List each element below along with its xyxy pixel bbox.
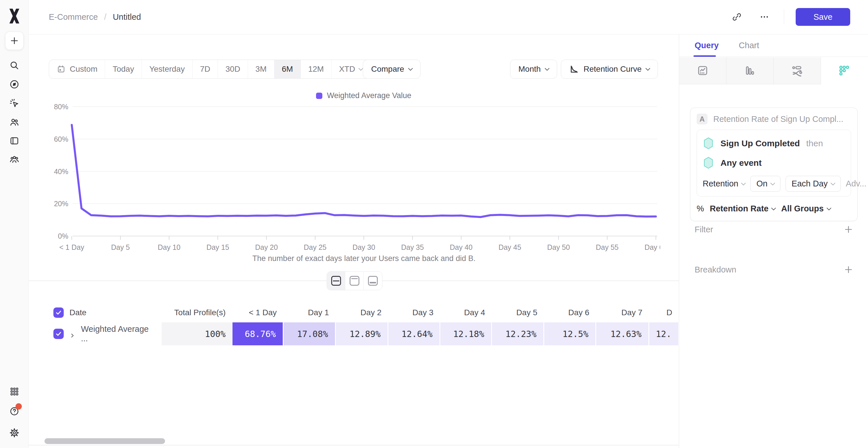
more-options-icon[interactable] (756, 9, 772, 25)
range-3m[interactable]: 3M (248, 60, 274, 78)
table-view-icon (368, 276, 378, 286)
svg-text:Day 20: Day 20 (255, 243, 278, 251)
add-breakdown-icon[interactable] (843, 265, 854, 275)
compare-dropdown[interactable]: Compare (363, 60, 421, 78)
report-flows-icon[interactable] (774, 57, 821, 84)
save-button[interactable]: Save (796, 8, 850, 26)
retention-cell[interactable]: 12.89% (336, 322, 389, 345)
svg-text:< 1 Day: < 1 Day (59, 243, 84, 251)
col-header-date: Date (49, 303, 162, 322)
retention-criteria-row: RetentionOnEach DayAdv... (703, 176, 845, 192)
return-event-row[interactable]: Any event (703, 154, 845, 171)
col-header-day-1: Day 1 (284, 303, 336, 322)
col-header-day-5: Day 5 (492, 303, 544, 322)
select-all-checkbox[interactable] (53, 307, 64, 318)
query-panel: QueryChart A Retention Rate of Sign Up C… (679, 34, 868, 448)
retention-cell[interactable]: 12.64% (389, 322, 440, 345)
sidebar-apps-grid-icon[interactable] (5, 382, 24, 401)
copy-link-icon[interactable] (729, 9, 745, 25)
range-today[interactable]: Today (105, 60, 142, 78)
retention-cell[interactable]: 100% (162, 322, 232, 345)
add-filter-icon[interactable] (843, 224, 854, 235)
table-row[interactable]: Weighted Average ...100%68.76%17.08%12.8… (49, 322, 679, 345)
groups-dropdown[interactable]: All Groups (781, 204, 830, 213)
sidebar-users-icon[interactable] (5, 113, 24, 131)
svg-text:Day 15: Day 15 (206, 243, 229, 251)
top-header: E-Commerce / Untitled Save (29, 0, 868, 34)
sidebar-plus-icon[interactable] (5, 32, 24, 50)
svg-text:Day 45: Day 45 (499, 243, 521, 251)
retention-cell[interactable]: 12. (649, 322, 679, 345)
retention-cell[interactable]: 12.5% (544, 322, 596, 345)
retention-dropdown[interactable]: Retention (703, 179, 745, 188)
query-card: A Retention Rate of Sign Up Compl... Sig… (690, 108, 858, 221)
range-custom[interactable]: Custom (49, 60, 105, 78)
breakdown-section: Breakdown (679, 261, 868, 278)
on-dropdown[interactable]: On (750, 176, 780, 192)
col-header-day-3: Day 3 (389, 303, 440, 322)
series-title[interactable]: Retention Rate of Sign Up Compl... (713, 114, 843, 124)
sidebar-gear-icon[interactable] (5, 424, 24, 442)
each-day-dropdown[interactable]: Each Day (786, 176, 841, 192)
view-toggle-table-view[interactable] (364, 272, 382, 290)
svg-text:Day 60: Day 60 (644, 243, 660, 251)
view-toggle-chart-view[interactable] (345, 272, 364, 290)
tab-query[interactable]: Query (694, 34, 719, 57)
svg-text:Day 5: Day 5 (111, 243, 130, 251)
breakdown-label: Breakdown (694, 265, 736, 274)
bottom-divider (29, 445, 679, 445)
sidebar-board-icon[interactable] (5, 132, 24, 150)
adv--dropdown[interactable]: Adv... (846, 179, 868, 188)
svg-text:Day 55: Day 55 (596, 243, 619, 251)
report-type-icons (679, 57, 868, 84)
sidebar-group-icon[interactable] (5, 150, 24, 169)
retention-cell[interactable]: 68.76% (232, 322, 284, 345)
range-12m[interactable]: 12M (301, 60, 332, 78)
retention-cell[interactable]: 12.23% (492, 322, 544, 345)
col-header-day-4: Day 4 (440, 303, 492, 322)
range-yesterday[interactable]: Yesterday (142, 60, 193, 78)
groups-label: All Groups (781, 204, 824, 213)
then-label: then (806, 139, 823, 148)
row-checkbox[interactable] (53, 329, 64, 339)
svg-text:60%: 60% (54, 135, 68, 143)
report-bars-icon[interactable] (726, 57, 774, 84)
report-insights-icon[interactable] (679, 57, 726, 84)
row-label-cell: Weighted Average ... (49, 322, 162, 345)
svg-text:20%: 20% (54, 200, 68, 208)
chart-legend[interactable]: Weighted Average Value (57, 91, 671, 100)
split-view-icon (331, 276, 341, 286)
breadcrumb: E-Commerce / Untitled (49, 0, 141, 34)
header-divider (784, 9, 784, 24)
tab-chart[interactable]: Chart (739, 34, 759, 57)
measure-dropdown[interactable]: Retention Rate (710, 204, 776, 213)
breadcrumb-page-title[interactable]: Untitled (113, 12, 141, 22)
granularity-dropdown[interactable]: Month (510, 60, 557, 78)
range-7d[interactable]: 7D (193, 60, 218, 78)
retention-cell[interactable]: 17.08% (284, 322, 336, 345)
sidebar-help-icon[interactable] (5, 402, 24, 420)
breadcrumb-workspace[interactable]: E-Commerce (49, 12, 98, 22)
range-30d[interactable]: 30D (218, 60, 248, 78)
measure-prefix: % (696, 204, 704, 213)
range-6m[interactable]: 6M (274, 60, 301, 78)
event-hexagon-icon (703, 157, 714, 169)
chart-type-label: Retention Curve (584, 65, 642, 74)
report-retention-dots-icon[interactable] (821, 57, 868, 84)
chart-type-dropdown[interactable]: Retention Curve (561, 60, 658, 78)
retention-cell[interactable]: 12.18% (440, 322, 492, 345)
sidebar-cursor-spark-icon[interactable] (5, 94, 24, 112)
horizontal-scrollbar[interactable] (44, 438, 165, 444)
sidebar-search-icon[interactable] (5, 56, 24, 75)
date-range-segmented-control: CustomTodayYesterday7D30D3M6M12MXTD (49, 60, 370, 78)
retention-line-chart[interactable]: 0%20%40%60%80%< 1 DayDay 5Day 10Day 15Da… (46, 101, 660, 262)
view-toggle-group (327, 271, 382, 290)
sidebar-compass-icon[interactable] (5, 75, 24, 94)
return-event-name: Any event (720, 158, 762, 168)
view-toggle-split-view[interactable] (327, 272, 345, 290)
expand-caret-icon[interactable] (69, 331, 75, 337)
series-badge: A (696, 113, 708, 125)
chart-view-icon (350, 276, 360, 286)
first-event-row[interactable]: Sign Up Completed then (703, 135, 845, 152)
retention-cell[interactable]: 12.63% (596, 322, 649, 345)
